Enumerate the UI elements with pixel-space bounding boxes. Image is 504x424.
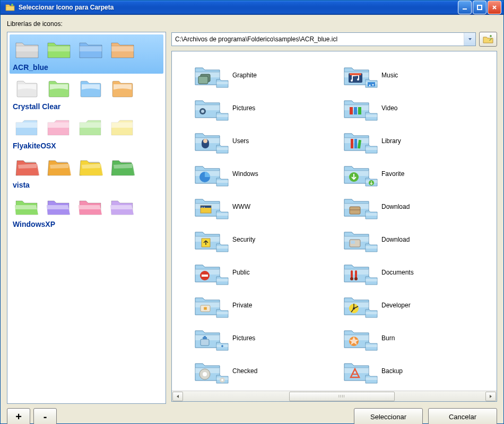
select-button[interactable]: Seleccionar (354, 408, 423, 424)
browse-button[interactable] (479, 32, 497, 47)
folder-icon (342, 128, 371, 154)
svg-rect-18 (354, 139, 357, 148)
folder-icon-item[interactable]: Download (342, 190, 491, 223)
folder-thumbnail-icon (76, 38, 105, 61)
icon-grid[interactable]: GraphiteMusicPicturesVideoUsersLibraryWi… (172, 51, 497, 391)
svg-point-11 (201, 110, 204, 113)
left-column: ACR_blueCrystall ClearFlyakiteOSXvistaWi… (7, 32, 166, 424)
folder-mini-icon (215, 109, 229, 122)
folder-mini-icon (215, 306, 229, 319)
folder-thumbnail-icon (45, 38, 73, 61)
folder-icon-label: Backup (381, 367, 403, 375)
cancel-button[interactable]: Cancelar (428, 408, 497, 424)
icon-grid-panel: GraphiteMusicPicturesVideoUsersLibraryWi… (171, 51, 497, 402)
scroll-thumb[interactable]: IIII (289, 392, 395, 401)
svg-rect-38 (201, 339, 209, 346)
folder-icon-label: Windows (232, 170, 258, 178)
folder-icon-label: Public (232, 269, 250, 276)
add-library-button[interactable]: + (7, 408, 30, 424)
svg-point-43 (221, 379, 223, 381)
close-button[interactable] (488, 1, 501, 14)
folder-mini-icon (364, 339, 378, 352)
folder-icon-item[interactable]: Music (342, 59, 491, 92)
folder-icon-item[interactable]: Security (193, 223, 342, 256)
folder-icon-item[interactable]: Developer (342, 289, 491, 322)
scroll-right-arrow[interactable] (485, 392, 496, 401)
folder-icon-item[interactable]: Graphite (193, 59, 342, 92)
library-name: Crystall Clear (11, 101, 162, 113)
svg-point-37 (353, 307, 355, 310)
folder-icon-item[interactable]: Documents (342, 256, 491, 289)
svg-rect-4 (198, 76, 208, 84)
dialog-window: Seleccionar Icono para Carpeta Librerías… (0, 0, 504, 424)
folder-icon-item[interactable]: Windows (193, 157, 342, 190)
svg-point-31 (350, 277, 353, 280)
path-combobox[interactable]: C:\Archivos de programa\Folderico\sample… (171, 32, 476, 46)
folder-icon-item[interactable]: Public (193, 256, 342, 289)
library-item[interactable]: FlyakiteOSX (10, 113, 163, 152)
folder-mini-icon (215, 273, 229, 286)
library-name: WindowsXP (11, 219, 162, 231)
folder-icon-item[interactable]: Burn (342, 322, 491, 355)
svg-point-16 (203, 139, 207, 143)
folder-icon-item[interactable]: WWW (193, 190, 342, 223)
folder-icon (342, 293, 371, 318)
folder-thumbnail-icon (76, 195, 105, 218)
folder-icon-item[interactable]: Favorite (342, 157, 491, 190)
svg-rect-17 (351, 139, 353, 148)
scroll-left-arrow[interactable] (172, 392, 183, 401)
svg-rect-12 (350, 107, 353, 114)
folder-thumbnail-icon (13, 116, 41, 139)
folder-mini-icon (364, 273, 378, 286)
folder-icon (193, 325, 222, 351)
folder-thumbnail-icon (108, 77, 137, 100)
folder-icon (342, 161, 371, 187)
library-item[interactable]: vista (10, 152, 163, 191)
svg-point-0 (11, 4, 13, 6)
library-item[interactable]: Crystall Clear (10, 74, 163, 113)
library-list[interactable]: ACR_blueCrystall ClearFlyakiteOSXvistaWi… (7, 32, 166, 404)
remove-library-button[interactable]: - (33, 408, 57, 424)
folder-icon-item[interactable]: Checked (193, 355, 342, 387)
folder-icon-label: WWW (232, 203, 250, 210)
horizontal-scrollbar[interactable]: IIII (172, 391, 497, 401)
minimize-button[interactable] (458, 1, 472, 14)
library-item[interactable]: ACR_blue (10, 34, 163, 74)
folder-thumbnail-icon (45, 116, 73, 139)
folder-icon-item[interactable]: Private (193, 289, 342, 322)
svg-point-8 (369, 85, 371, 86)
maximize-button[interactable] (473, 1, 486, 14)
folder-icon (342, 194, 371, 219)
scroll-track[interactable]: IIII (184, 392, 485, 401)
folder-icon-label: Pictures (232, 104, 255, 112)
window-controls (458, 1, 501, 14)
app-icon (5, 2, 15, 13)
path-dropdown-arrow[interactable] (464, 33, 475, 46)
folder-icon (342, 260, 371, 285)
folder-icon-item[interactable]: Users (193, 125, 342, 157)
folder-icon-item[interactable]: Download (342, 223, 491, 256)
folder-icon-item[interactable]: Pictures (193, 92, 342, 125)
folder-thumbnail-icon (13, 77, 41, 100)
folder-icon (193, 63, 222, 88)
svg-rect-27 (351, 241, 355, 244)
folder-icon-label: Checked (232, 367, 257, 375)
folder-icon-item[interactable]: Library (342, 125, 491, 157)
folder-icon (342, 227, 371, 252)
folder-mini-icon (215, 241, 229, 253)
folder-mini-icon (215, 208, 229, 220)
titlebar[interactable]: Seleccionar Icono para Carpeta (1, 1, 503, 15)
folder-thumbnail-icon (108, 155, 137, 179)
folder-thumbnail-icon (108, 38, 137, 61)
folder-thumbnail-icon (45, 195, 73, 218)
svg-point-9 (372, 84, 374, 86)
folder-icon-item[interactable]: Backup (342, 355, 491, 387)
folder-icon-label: Library (381, 137, 401, 145)
folder-icon-item[interactable]: Pictures (193, 322, 342, 355)
folder-thumbnail-icon (13, 155, 41, 179)
library-item[interactable]: WindowsXP (10, 191, 163, 231)
path-row: C:\Archivos de programa\Folderico\sample… (171, 32, 497, 47)
folder-mini-icon (215, 175, 229, 188)
folder-icon-item[interactable]: Video (342, 92, 491, 125)
svg-rect-7 (368, 82, 375, 86)
